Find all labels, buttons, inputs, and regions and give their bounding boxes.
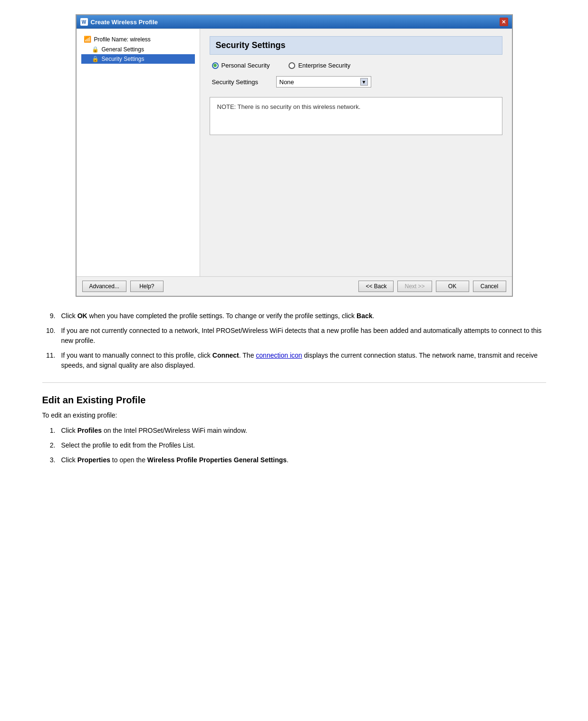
ok-button[interactable]: OK xyxy=(436,281,469,292)
dialog-title-area: W Create Wireless Profile xyxy=(80,18,158,26)
left-nav-panel: 📶 Profile Name: wireless 🔒 General Setti… xyxy=(77,29,200,276)
main-content: 9. Click OK when you have completed the … xyxy=(33,311,556,465)
footer-right-buttons: << Back Next >> OK Cancel xyxy=(358,281,506,292)
radio-options-row: Personal Security Enterprise Security xyxy=(210,62,502,69)
edit-step-1-text: Click Profiles on the Intel PROSet/Wirel… xyxy=(61,426,546,436)
step-11: 11. If you want to manually connect to t… xyxy=(42,351,546,370)
footer-left-buttons: Advanced... Help? xyxy=(82,281,164,292)
step-9-num: 9. xyxy=(42,311,56,321)
step-10-num: 10. xyxy=(42,326,56,346)
enterprise-security-label: Enterprise Security xyxy=(298,62,350,69)
dropdown-value: None xyxy=(280,78,294,86)
profiles-keyword: Profiles xyxy=(77,427,102,434)
personal-security-option[interactable]: Personal Security xyxy=(212,62,270,69)
step-9: 9. Click OK when you have completed the … xyxy=(42,311,546,321)
wifi-icon: 📶 xyxy=(84,36,91,43)
dialog-title-text: Create Wireless Profile xyxy=(91,19,158,26)
enterprise-security-option[interactable]: Enterprise Security xyxy=(289,62,350,69)
next-button[interactable]: Next >> xyxy=(397,281,432,292)
dialog-titlebar: W Create Wireless Profile ✕ xyxy=(77,15,512,29)
personal-security-label: Personal Security xyxy=(222,62,270,69)
help-button[interactable]: Help? xyxy=(130,281,164,292)
section-divider xyxy=(42,382,546,383)
right-content-panel: Security Settings Personal Security Ente… xyxy=(200,29,512,276)
edit-step-2-num: 2. xyxy=(42,440,56,450)
advanced-button[interactable]: Advanced... xyxy=(82,281,126,292)
step-11-num: 11. xyxy=(42,351,56,370)
ok-keyword: OK xyxy=(77,312,87,320)
edit-section-intro: To edit an existing profile: xyxy=(42,411,546,419)
close-button[interactable]: ✕ xyxy=(500,18,508,26)
properties-keyword: Properties xyxy=(77,456,110,464)
settings-field-label: Security Settings xyxy=(212,78,269,86)
edit-step-3: 3. Click Properties to open the Wireless… xyxy=(42,455,546,465)
dialog-title-icon: W xyxy=(80,18,88,26)
profile-name-item: 📶 Profile Name: wireless xyxy=(81,34,195,45)
personal-security-radio[interactable] xyxy=(212,62,219,69)
edit-steps-list: 1. Click Profiles on the Intel PROSet/Wi… xyxy=(42,426,546,465)
note-box: NOTE: There is no security on this wirel… xyxy=(210,97,502,135)
lock-icon-general: 🔒 xyxy=(92,46,99,53)
step-10-text: If you are not currently connected to a … xyxy=(61,326,546,346)
section-title-text: Security Settings xyxy=(216,40,286,50)
back-keyword: Back xyxy=(357,312,372,320)
note-text: NOTE: There is no security on this wirel… xyxy=(217,103,361,110)
nav-security-label: Security Settings xyxy=(102,56,145,62)
connect-keyword: Connect xyxy=(212,351,239,359)
security-settings-header: Security Settings xyxy=(210,36,502,55)
step-9-text: Click OK when you have completed the pro… xyxy=(61,311,546,321)
edit-step-3-text: Click Properties to open the Wireless Pr… xyxy=(61,455,546,465)
enterprise-security-radio[interactable] xyxy=(289,62,295,69)
dropdown-arrow-icon[interactable]: ▼ xyxy=(360,78,368,86)
cancel-button[interactable]: Cancel xyxy=(473,281,506,292)
steps-group-1: 9. Click OK when you have completed the … xyxy=(42,311,546,370)
dialog-window: W Create Wireless Profile ✕ 📶 Profile Na… xyxy=(76,14,513,297)
edit-step-3-num: 3. xyxy=(42,455,56,465)
edit-profile-section: Edit an Existing Profile To edit an exis… xyxy=(42,395,546,465)
lock-icon-security: 🔒 xyxy=(92,56,99,62)
security-settings-row: Security Settings None ▼ xyxy=(210,76,502,88)
edit-section-heading: Edit an Existing Profile xyxy=(42,395,546,406)
security-dropdown[interactable]: None ▼ xyxy=(276,76,371,88)
edit-step-2: 2. Select the profile to edit from the P… xyxy=(42,440,546,450)
step-11-text: If you want to manually connect to this … xyxy=(61,351,546,370)
wireless-profile-keyword: Wireless Profile Properties General Sett… xyxy=(147,456,287,464)
nav-general-settings[interactable]: 🔒 General Settings xyxy=(81,45,195,54)
edit-step-1: 1. Click Profiles on the Intel PROSet/Wi… xyxy=(42,426,546,436)
edit-step-1-num: 1. xyxy=(42,426,56,436)
step-10: 10. If you are not currently connected t… xyxy=(42,326,546,346)
nav-security-settings[interactable]: 🔒 Security Settings xyxy=(81,54,195,64)
profile-name-text: Profile Name: wireless xyxy=(94,36,151,43)
dialog-footer: Advanced... Help? << Back Next >> OK Can… xyxy=(77,276,512,296)
connection-icon-link[interactable]: connection icon xyxy=(256,351,302,359)
back-button[interactable]: << Back xyxy=(358,281,394,292)
edit-step-2-text: Select the profile to edit from the Prof… xyxy=(61,440,546,450)
dialog-body: 📶 Profile Name: wireless 🔒 General Setti… xyxy=(77,29,512,276)
nav-general-label: General Settings xyxy=(102,46,144,53)
